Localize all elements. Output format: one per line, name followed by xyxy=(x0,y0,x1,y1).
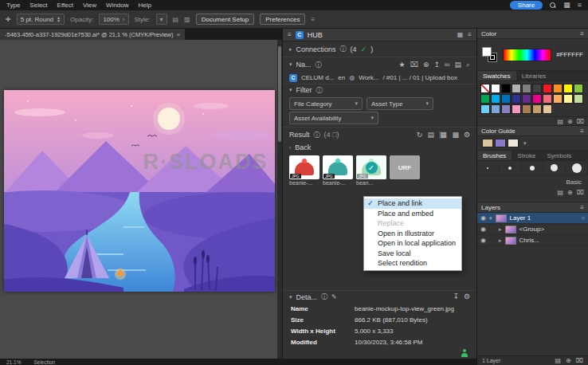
list-view-icon[interactable]: ▤ xyxy=(427,131,434,139)
visibility-eye-icon[interactable]: ◉ xyxy=(480,237,486,244)
breadcrumb-connection[interactable]: CELUM d... xyxy=(301,74,334,81)
target-icon[interactable]: ○ xyxy=(581,214,585,222)
celum-panel-header[interactable]: ≡ C HUB ▦ ≡ xyxy=(283,29,476,41)
color-spectrum-bar[interactable] xyxy=(503,49,551,61)
settings-gear-icon[interactable]: ⚙ xyxy=(464,131,470,139)
dock-icon[interactable]: ▦ xyxy=(457,31,464,38)
info-icon[interactable]: ⓘ xyxy=(314,131,320,139)
swatch[interactable] xyxy=(501,84,511,93)
preferences-button[interactable]: Preferences xyxy=(260,14,305,25)
swatch[interactable] xyxy=(491,84,500,93)
document-setup-button[interactable]: Document Setup xyxy=(196,14,255,25)
layers-panel-header[interactable]: Layers ≡ xyxy=(477,202,588,213)
swatch[interactable] xyxy=(501,104,511,114)
settings-gear-icon[interactable]: ⚙ xyxy=(464,293,470,300)
refresh-icon[interactable]: ↻ xyxy=(417,131,423,139)
swatch[interactable] xyxy=(532,94,542,104)
harmony-color-chip[interactable] xyxy=(508,139,519,147)
opacity-control[interactable]: 100% › xyxy=(99,14,128,25)
brush-item[interactable] xyxy=(500,161,522,175)
panel-menu-icon[interactable]: ≡ xyxy=(580,30,584,37)
close-tab-icon[interactable]: × xyxy=(177,31,181,38)
swatch[interactable] xyxy=(532,104,542,114)
detail-view-icon[interactable]: ▩ xyxy=(452,131,459,139)
asset-availability-dropdown[interactable]: Asset Availability ▾ xyxy=(289,112,378,124)
panel-menu-icon[interactable]: ≡ xyxy=(580,204,584,211)
search-icon[interactable]: ⌕ xyxy=(466,61,470,69)
swatch[interactable] xyxy=(480,94,490,104)
artwork-illustration[interactable] xyxy=(4,90,275,292)
menu-item-save-local[interactable]: Save local xyxy=(364,249,461,259)
delete-brush-icon[interactable]: ⌧ xyxy=(577,189,584,196)
brush-basic-label[interactable]: Basic xyxy=(566,179,582,186)
hex-color-value[interactable]: #FFFFFF xyxy=(556,51,583,58)
swatch[interactable] xyxy=(522,104,531,114)
layer-name[interactable]: <Group> xyxy=(519,226,545,233)
swatch[interactable] xyxy=(480,104,490,114)
options-menu-icon[interactable]: ≡ xyxy=(311,16,315,23)
new-brush-icon[interactable]: ⊕ xyxy=(567,189,573,196)
new-layer-icon[interactable]: ⊕ xyxy=(566,357,571,364)
stroke-spinner[interactable]: ▲▼ xyxy=(57,16,61,22)
add-icon[interactable]: ⊕ xyxy=(423,61,429,69)
tab-stroke[interactable]: Stroke xyxy=(512,151,541,160)
share-button[interactable]: Share xyxy=(510,1,543,10)
swatch[interactable] xyxy=(553,84,563,93)
breadcrumb-locale[interactable]: en xyxy=(338,74,345,81)
brush-libraries-icon[interactable]: ▤ xyxy=(558,189,564,196)
info-icon[interactable]: ⓘ xyxy=(316,87,323,94)
breadcrumb[interactable]: C CELUM d... en ◍ Work... / #01 | ... / … xyxy=(283,72,476,84)
trash-icon[interactable]: ⌧ xyxy=(410,61,418,69)
favorite-star-icon[interactable]: ★ xyxy=(398,61,405,69)
swatch[interactable] xyxy=(491,94,500,104)
swatch[interactable] xyxy=(512,84,521,93)
layer-row-path[interactable]: ◉ ▸ Chris... xyxy=(477,235,588,246)
asset-thumbnail-green-beanie-selected[interactable]: JPG ✓ xyxy=(356,155,386,179)
color-guide-panel-header[interactable]: Color Guide ≡ xyxy=(477,126,588,136)
color-panel-header[interactable]: Color ≡ xyxy=(477,29,588,39)
asset-thumbnail-red-beanie[interactable]: JPG xyxy=(289,155,319,179)
fill-swatch[interactable] xyxy=(482,47,492,57)
menu-item-place-and-embed[interactable]: Place and embed xyxy=(364,209,461,219)
delete-layer-icon[interactable]: ⌧ xyxy=(576,357,583,364)
panel-menu-icon[interactable]: ≡ xyxy=(578,2,582,9)
breadcrumb-path[interactable]: / #01 | ... / 01 | Upload box xyxy=(382,74,457,81)
document-tab[interactable]: -5463-45f0-a337-1929d01e7530.ai* @ 21,1 … xyxy=(0,29,185,40)
filter-section-header[interactable]: ▾ Filter ⓘ xyxy=(283,84,476,96)
menu-item-open-in-illustrator[interactable]: Open in Illustrator xyxy=(364,229,461,239)
upload-icon[interactable]: ↥ xyxy=(433,61,440,69)
file-category-dropdown[interactable]: File Category ▾ xyxy=(289,97,363,110)
menu-type[interactable]: Type xyxy=(6,2,20,9)
swatch[interactable] xyxy=(543,94,552,104)
asset-type-dropdown[interactable]: Asset Type ▾ xyxy=(367,97,433,110)
harmony-dropdown-icon[interactable]: ▾ xyxy=(523,140,527,147)
brush-item[interactable] xyxy=(477,161,500,175)
layer-row-layer-1[interactable]: ◉ ▾ Layer 1 ○ xyxy=(477,213,588,224)
menu-item-open-in-local-application[interactable]: Open in local application xyxy=(364,238,461,249)
menu-help[interactable]: Help xyxy=(139,2,151,9)
stroke-width-control[interactable]: 5 pt. Round ▲▼ xyxy=(17,14,65,25)
menu-item-place-and-link[interactable]: ✓ Place and link xyxy=(364,198,461,209)
workspace-icon[interactable]: ▦ xyxy=(563,2,570,9)
delete-swatch-icon[interactable]: ⌧ xyxy=(577,118,584,125)
navigation-section-header[interactable]: ▾ Na... ⓘ ★ ⌧ ⊕ ↥ ∞ ▤ ⌕ xyxy=(283,57,476,72)
edit-pencil-icon[interactable]: ✎ xyxy=(331,293,337,300)
expand-chevron-icon[interactable]: ▾ xyxy=(489,215,492,222)
layer-name[interactable]: Layer 1 xyxy=(510,214,531,222)
fill-stroke-indicator[interactable] xyxy=(482,47,498,63)
brush-item[interactable] xyxy=(522,161,544,175)
brush-item[interactable] xyxy=(543,161,566,175)
tab-swatches[interactable]: Swatches xyxy=(477,71,516,80)
panel-options-icon[interactable]: ≡ xyxy=(468,31,472,38)
swatch[interactable] xyxy=(543,84,552,93)
info-icon[interactable]: ⓘ xyxy=(316,61,322,69)
swatch[interactable] xyxy=(501,94,511,104)
menu-window[interactable]: Window xyxy=(106,2,128,9)
expand-chevron-icon[interactable]: ▸ xyxy=(499,226,502,233)
visibility-eye-icon[interactable]: ◉ xyxy=(480,226,486,233)
harmony-color-chip[interactable] xyxy=(482,139,493,147)
visibility-eye-icon[interactable]: ◉ xyxy=(480,214,486,222)
brush-item[interactable] xyxy=(566,161,588,175)
folder-icon[interactable]: ▤ xyxy=(454,61,461,69)
swatch[interactable] xyxy=(574,84,583,93)
